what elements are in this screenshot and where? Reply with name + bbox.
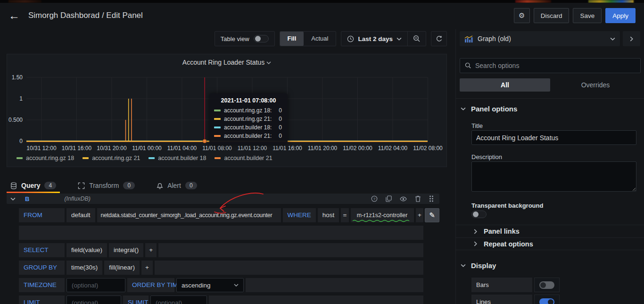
zoom-out-button[interactable] [408,32,426,46]
timezone-label[interactable]: TIMEZONE [19,278,65,292]
limit-label[interactable]: LIMIT [19,296,65,304]
graph-panel-title[interactable]: Account Ring Loader Status [7,59,446,66]
actual-option[interactable]: Actual [304,32,336,46]
transparent-bg-label: Transparent background [471,202,543,209]
edit-panel-header: ← Simorgh Dashborad / Edit Panel ⚙ Disca… [0,3,644,28]
bars-toggle[interactable] [539,281,554,289]
legend-color-dash [83,157,89,159]
save-button[interactable]: Save [573,8,602,23]
tooltip-timestamp: 2021-11-01 07:08:00 [214,97,283,104]
help-icon[interactable]: ? [371,195,378,202]
slimit-label[interactable]: SLIMIT [123,296,149,304]
table-view-control: Table view [215,31,275,46]
lines-option-label: Lines [471,295,532,304]
groupby-label[interactable]: GROUP BY [19,261,65,275]
add-select-button[interactable]: + [145,243,157,257]
panel-links-section[interactable]: Panel links [456,225,644,237]
display-section-header[interactable]: Display [461,262,496,270]
legend-series-label: account.builder 21 [224,155,272,161]
tooltip-series-row: account.builder 21:0 [214,132,283,140]
groupby-time-segment[interactable]: time(30s) [66,261,102,275]
options-search [460,58,641,73]
panel-title-input[interactable] [471,130,636,145]
visualization-select[interactable]: Graph (old) [460,31,620,46]
tab-alert-label: Alert [167,182,181,189]
query-ref-id: B [25,195,29,203]
tooltip-series-value: 0 [279,116,283,122]
table-view-toggle[interactable] [254,35,269,42]
fill-option[interactable]: Fill [280,32,304,46]
eye-icon[interactable] [400,196,407,202]
chevron-down-icon [461,107,466,110]
graph-viz-icon [464,35,473,42]
orderby-label[interactable]: ORDER BY TIME [127,278,174,292]
chevron-down-icon [10,197,16,201]
refresh-button[interactable] [431,31,447,46]
timezone-input[interactable] [66,278,125,292]
retention-policy-segment[interactable]: default [66,208,95,222]
alert-count-badge: 0 [185,182,197,189]
measurement-segment[interactable]: netdata.statsd_counter_simorgh_.load_acc… [97,208,281,222]
where-key-segment[interactable]: host [318,208,339,222]
options-search-input[interactable] [475,62,636,69]
legend-item[interactable]: account.ring.gz 21 [83,155,140,161]
where-label[interactable]: WHERE [283,208,316,222]
title-field-label: Title [471,122,483,129]
add-groupby-button[interactable]: + [141,261,153,275]
panel-options-section-header[interactable]: Panel options [461,105,517,113]
groupby-fill-segment[interactable]: fill(linear) [104,261,140,275]
repeat-options-section[interactable]: Repeat options [456,237,644,250]
where-value-segment[interactable]: m-r1z1s2-controller [351,208,414,222]
tab-query[interactable]: Query 4 [7,178,60,193]
apply-button[interactable]: Apply [605,8,636,23]
y-axis-tick: 1.50 [12,74,23,81]
orderby-select[interactable]: ascending [176,278,244,292]
visualization-name: Graph (old) [478,35,511,42]
query-row-filler[interactable] [19,226,423,240]
toggle-knob [473,211,479,217]
limit-input[interactable] [66,296,121,304]
from-label[interactable]: FROM [19,208,65,222]
select-field-segment[interactable]: field(value) [66,243,107,257]
transparent-bg-toggle[interactable] [471,211,487,218]
gear-icon: ⚙ [519,11,525,19]
options-sidebar: Graph (old) All Overrides Panel options … [455,29,644,304]
collapse-options-button[interactable] [623,31,640,46]
slimit-input[interactable] [150,296,207,304]
select-label[interactable]: SELECT [19,243,65,257]
legend-color-dash [149,157,155,159]
query-row-header[interactable]: B (InfluxDB) ? [7,194,439,204]
chart-tooltip: 2021-11-01 07:08:00 account.ring.gz 18:0… [209,93,288,144]
back-arrow-icon[interactable]: ← [8,10,20,21]
bars-toggle-container [534,278,560,292]
tab-overrides[interactable]: Overrides [550,78,641,92]
legend-item[interactable]: account.builder 21 [215,155,272,161]
legend-item[interactable]: account.builder 18 [149,155,206,161]
tooltip-color-dash [214,118,221,120]
discard-button[interactable]: Discard [534,8,570,23]
x-axis-tick: 11/02 00:00 [343,145,372,152]
select-fn-segment[interactable]: integral() [109,243,143,257]
orderby-value: ascending [182,282,211,289]
copy-icon[interactable] [386,195,392,202]
add-where-button[interactable]: + [416,208,423,222]
query-count-badge: 4 [44,182,56,189]
chevron-right-icon [474,229,477,234]
tooltip-series-row: account.builder 18:0 [214,123,283,132]
chevron-down-icon [610,37,615,41]
trash-icon[interactable] [415,195,421,202]
description-textarea[interactable] [471,161,636,192]
tooltip-series-row: account.ring.gz 18:0 [214,106,283,115]
panel-settings-button[interactable]: ⚙ [514,8,530,23]
toggle-text-edit-button[interactable]: ✎ [425,208,439,222]
x-axis-tick: 11/01 04:00 [167,145,197,152]
legend-item[interactable]: account.ring.gz 18 [17,155,74,161]
tab-query-label: Query [21,182,40,189]
time-range-picker[interactable]: Last 2 days [341,32,407,46]
lines-toggle[interactable] [539,298,554,304]
tab-alert[interactable]: Alert 0 [153,178,200,193]
tab-transform[interactable]: Transform 0 [74,178,139,193]
where-operator-segment[interactable]: = [341,208,348,222]
drag-handle-icon[interactable] [429,195,434,202]
tab-all[interactable]: All [460,78,550,92]
